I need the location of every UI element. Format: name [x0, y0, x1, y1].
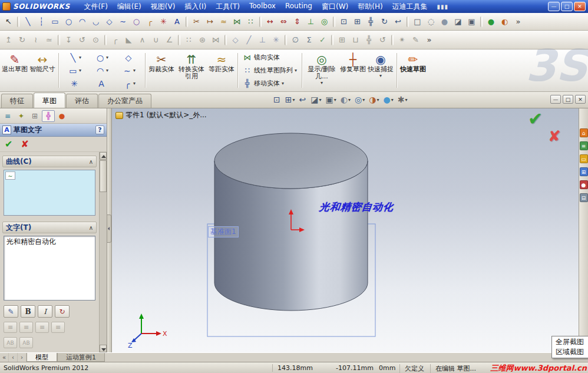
insert-components-icon[interactable]: ⊞: [336, 34, 348, 46]
minimize-button[interactable]: —: [548, 2, 560, 11]
offset-entities-icon[interactable]: ≈: [217, 15, 230, 28]
rectangle-icon[interactable]: ▭: [49, 15, 61, 28]
menu-item[interactable]: 迈迪工具集: [388, 1, 432, 13]
configurationmanager-tab[interactable]: ⊞: [28, 110, 41, 122]
display-style-icon[interactable]: ◐▾: [339, 94, 352, 105]
scrollbar-thumb[interactable]: [100, 160, 107, 192]
extruded-cut-icon[interactable]: ↧: [62, 34, 75, 46]
edit-appearance-icon[interactable]: ◐: [498, 15, 511, 28]
region-capture-menu-item[interactable]: 区域截图: [553, 347, 588, 357]
maximize-button[interactable]: □: [561, 2, 573, 11]
help-icon[interactable]: ?: [95, 126, 104, 134]
section-view-icon[interactable]: ◪: [452, 15, 464, 28]
fullscreen-capture-menu-item[interactable]: 全屏截图: [553, 337, 588, 347]
rotate-view-icon[interactable]: ↻: [378, 15, 391, 28]
ok-button[interactable]: ✔: [5, 138, 12, 150]
exit-sketch-button[interactable]: ✎ 退出草图: [1, 51, 28, 90]
menu-item[interactable]: 窗口(W): [317, 1, 353, 13]
mirror-entities-button[interactable]: ⋈ 镜向实体: [240, 51, 299, 64]
exploded-view-icon[interactable]: ✴: [396, 34, 408, 46]
align-left-button[interactable]: ≡: [4, 322, 17, 333]
extruded-boss-icon[interactable]: ↥: [2, 34, 15, 46]
line-icon[interactable]: ╲: [22, 15, 34, 28]
panel-splitter[interactable]: [107, 108, 112, 352]
menu-item[interactable]: 文件(F): [80, 1, 113, 13]
tab-office-products[interactable]: 办公室产品: [98, 94, 151, 108]
wireframe-icon[interactable]: □: [411, 15, 424, 28]
rotate-text-button[interactable]: ↻: [55, 305, 70, 318]
tab-prev-icon[interactable]: ‹: [9, 353, 18, 362]
sketch-text-input[interactable]: 光和精密自动化: [4, 236, 95, 301]
zoom-area-icon[interactable]: ⊞: [351, 15, 364, 28]
zoom-fit-icon[interactable]: ⊡: [338, 15, 350, 28]
bold-button[interactable]: B: [21, 305, 35, 318]
close-button[interactable]: ✕: [574, 2, 586, 11]
mirror-feature-icon[interactable]: ⋈: [210, 34, 222, 46]
lofted-boss-icon[interactable]: ≃: [43, 34, 55, 46]
fillet-tool[interactable]: ╭▾: [115, 77, 143, 90]
pan-icon[interactable]: ╬: [365, 15, 377, 28]
reference-axis-icon[interactable]: ╱: [243, 34, 255, 46]
trim-entities-icon[interactable]: ✂: [190, 15, 203, 28]
move-component-icon[interactable]: ╬: [363, 34, 375, 46]
view-palette-icon[interactable]: ⊞: [580, 167, 588, 176]
linear-sketch-pattern-icon[interactable]: ∷: [245, 15, 257, 28]
revolved-boss-icon[interactable]: ↻: [16, 34, 28, 46]
rib-icon[interactable]: ∧: [136, 34, 148, 46]
fillet-icon[interactable]: ╭: [109, 34, 121, 46]
edit-appearance-icon[interactable]: ◑▾: [368, 94, 380, 105]
design-library-icon[interactable]: ≡: [580, 141, 588, 150]
scroll-up-icon[interactable]: [100, 152, 107, 160]
tab-motion-study[interactable]: 运动算例1: [57, 353, 105, 362]
doc-minimize-button[interactable]: —: [550, 95, 561, 104]
edit-component-icon[interactable]: ✎: [409, 34, 422, 46]
doc-restore-button[interactable]: □: [563, 95, 573, 104]
sketch-fillet-icon[interactable]: ╭: [144, 15, 156, 28]
font-button[interactable]: ✎: [4, 305, 18, 318]
linear-sketch-pattern-button[interactable]: ∷ 线性草图阵列 ▾: [240, 64, 299, 77]
file-explorer-icon[interactable]: ▭: [580, 154, 588, 163]
mirror-entities-icon[interactable]: ⋈: [231, 15, 243, 28]
view-orientation-icon[interactable]: ▣: [465, 15, 478, 28]
tab-features[interactable]: 特征: [1, 94, 33, 108]
menu-item[interactable]: 视图(V): [146, 1, 180, 13]
flip-horizontal-button[interactable]: AB: [19, 337, 33, 348]
italic-button[interactable]: I: [38, 305, 52, 318]
spline-tool[interactable]: ∼▾: [115, 64, 143, 77]
repair-sketch-button[interactable]: ┼ 修复草图: [339, 51, 366, 90]
circle-tool[interactable]: ○▾: [88, 51, 115, 64]
align-center-button[interactable]: ≡: [19, 322, 33, 333]
text-group-header[interactable]: 文字(T) ∧: [2, 222, 97, 233]
tab-model[interactable]: 模型: [27, 353, 57, 362]
apply-scene-icon[interactable]: ●▾: [382, 94, 394, 105]
revolved-cut-icon[interactable]: ↺: [76, 34, 88, 46]
linear-pattern-icon[interactable]: ∷: [183, 34, 195, 46]
ellipse-icon[interactable]: ○: [130, 15, 143, 28]
polygon-icon[interactable]: ◇: [103, 15, 115, 28]
circle-icon[interactable]: ○: [62, 15, 75, 28]
smart-dimension-button[interactable]: ↔ 智能尺寸: [29, 51, 56, 90]
toolbar-options-icon[interactable]: »: [423, 34, 435, 46]
mass-properties-icon[interactable]: Σ: [303, 34, 315, 46]
menu-item[interactable]: 编辑(E): [113, 1, 146, 13]
hidden-lines-icon[interactable]: ◌: [425, 15, 437, 28]
collapse-chevron-icon[interactable]: ∧: [89, 159, 93, 165]
rectangle-tool[interactable]: ▭▾: [61, 64, 88, 77]
menu-item[interactable]: 插入(I): [180, 1, 211, 13]
centerline-icon[interactable]: ┆: [35, 15, 48, 28]
toolbar-options-icon[interactable]: »: [512, 15, 524, 28]
doc-close-button[interactable]: ✕: [575, 95, 586, 104]
tab-next-icon[interactable]: ›: [18, 353, 27, 362]
text-icon[interactable]: A: [171, 15, 183, 28]
previous-view-icon[interactable]: ↩: [392, 15, 404, 28]
cancel-button[interactable]: ✘: [21, 138, 28, 150]
home-icon[interactable]: ⌂: [580, 128, 588, 137]
appearances-icon[interactable]: ●: [580, 180, 588, 189]
menu-item[interactable]: Toolbox: [245, 1, 280, 13]
displaymanager-tab[interactable]: ●: [55, 110, 68, 122]
smart-dimension-icon[interactable]: ↔: [264, 15, 276, 28]
measure-icon[interactable]: ∅: [289, 34, 302, 46]
arc-tool[interactable]: ◠▾: [88, 64, 115, 77]
polygon-tool[interactable]: ◇: [115, 51, 143, 64]
display-relations-icon[interactable]: ◎: [318, 15, 331, 28]
